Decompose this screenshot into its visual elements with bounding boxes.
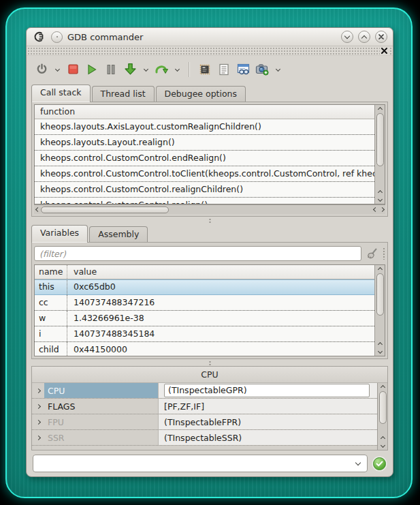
titlebar[interactable]: GDB commander [27,28,393,46]
scroll-up-button-2[interactable] [378,188,382,196]
expand-chevron-icon[interactable] [32,420,44,424]
expand-chevron-icon[interactable] [32,436,44,440]
chevron-up-icon [377,341,382,346]
tab-call-stack[interactable]: Call stack [31,85,91,102]
chevron-up-icon [380,435,385,440]
gdb-command-combobox[interactable] [33,455,368,472]
register-group-value[interactable]: (TInspectableGPR) [159,383,377,398]
chevron-left-icon [372,207,377,212]
start-options-dropdown[interactable] [52,61,62,78]
callstack-row[interactable]: kheops.control.CustomControl.realign() [35,198,374,204]
cpu-register-row[interactable]: CPU(TInspectableGPR) [32,383,377,399]
scroll-down-button[interactable] [381,442,385,450]
step-over-button[interactable] [153,61,169,78]
document-icon [219,63,229,76]
variable-row[interactable]: this0xc65db0 [35,279,374,295]
dock-close-button[interactable] [380,47,389,55]
name-column-header[interactable]: name [35,265,67,279]
chevron-down-icon [174,67,179,72]
variable-name: i [35,326,67,341]
minimize-button[interactable] [341,31,353,43]
panel-splitter-2[interactable] [31,359,388,366]
callstack-row[interactable]: kheops.control.CustomControl.toClient(kh… [35,166,374,182]
scroll-up-button[interactable] [378,265,382,273]
splitter-handle-icon [209,361,211,365]
cpu-grid-header[interactable]: CPU [32,367,387,383]
variables-rows: this0xc65db0cc140737488347216w1.43266961… [35,279,374,356]
callstack-row[interactable]: kheops.control.CustomControl.endRealign(… [35,151,374,166]
scroll-up-button-2[interactable] [378,340,382,348]
step-into-button[interactable] [122,61,138,78]
maximize-button[interactable] [358,31,370,43]
register-group-name: CPU [44,383,159,398]
chevron-up-icon [377,189,382,194]
cpu-register-row[interactable]: SSR(TInspectableSSR) [32,430,377,446]
tab-variables[interactable]: Variables [31,225,88,243]
tab-thread-list[interactable]: Thread list [92,86,155,102]
scrollbar-thumb[interactable] [379,391,387,424]
cpu-register-row[interactable]: FPU(TInspectableFPR) [32,414,377,430]
snapshot-button[interactable] [254,61,270,78]
variable-name: w [35,311,67,326]
window-menu-button[interactable] [51,31,63,43]
variable-value: 1.43266961e-38 [67,311,374,326]
start-stop-button[interactable] [33,61,50,78]
close-icon [378,34,384,40]
watch-icon [237,63,250,75]
snapshot-icon [255,63,269,76]
scrollbar-thumb[interactable] [376,273,384,316]
chevron-up-icon [377,106,382,111]
callstack-panel: function kheops.layouts.AxisLayout.custo… [31,102,388,217]
debug-output-button[interactable] [216,61,232,78]
chevron-right-icon [379,207,384,212]
variable-row[interactable]: cc140737488347216 [35,295,374,311]
dock-handle-strip[interactable] [27,46,393,56]
callstack-row[interactable]: kheops.layouts.AxisLayout.customRealignC… [35,119,374,135]
expand-chevron-icon[interactable] [32,389,44,393]
scroll-down-button[interactable] [378,196,382,204]
scroll-left-button[interactable] [34,208,41,211]
watches-button[interactable] [235,61,251,78]
filter-input[interactable] [34,246,361,261]
tab-assembly[interactable]: Assembly [89,226,148,242]
filter-grip[interactable] [383,247,385,260]
pause-button[interactable] [103,61,119,78]
combobox-dropdown-button[interactable] [349,463,367,465]
callstack-vertical-scrollbar[interactable] [374,105,385,204]
scrollbar-thumb[interactable] [41,206,169,213]
clear-filter-button[interactable] [366,247,378,260]
scroll-right-button[interactable] [378,208,385,211]
callstack-column-header[interactable]: function [35,105,374,119]
panel-splitter[interactable] [31,217,388,224]
step-into-dropdown[interactable] [141,61,150,78]
variable-row[interactable]: i140737488345184 [35,326,374,342]
value-editor-field[interactable]: (TInspectableGPR) [164,384,370,397]
tab-debugee-options[interactable]: Debugee options [156,86,246,102]
stop-button[interactable] [65,61,81,78]
scrollbar-thumb[interactable] [376,113,384,166]
variable-row[interactable]: w1.43266961e-38 [35,311,374,326]
scroll-down-button[interactable] [378,348,382,356]
step-over-icon [155,63,168,76]
cpu-register-row[interactable]: FLAGS[PF,ZF,IF] [32,399,377,414]
check-icon [376,461,383,467]
send-command-button[interactable] [373,457,386,470]
callstack-row[interactable]: kheops.control.CustomControl.realignChil… [35,182,374,198]
scroll-left-button-2[interactable] [372,208,378,211]
close-button[interactable] [375,31,387,43]
variables-vertical-scrollbar[interactable] [374,265,385,356]
callstack-horizontal-scrollbar[interactable] [34,204,385,214]
callstack-row[interactable]: kheops.layouts.Layout.realign() [35,135,374,151]
chevron-down-icon [355,459,361,465]
step-over-dropdown[interactable] [172,61,182,78]
cpu-inspector-button[interactable] [197,61,213,78]
scroll-up-button-2[interactable] [381,434,385,442]
scroll-up-button[interactable] [378,105,382,113]
value-column-header[interactable]: value [67,265,374,279]
variable-row[interactable]: child0x44150000 [35,342,374,356]
scroll-up-button[interactable] [381,383,385,391]
expand-chevron-icon[interactable] [32,405,44,408]
cpu-vertical-scrollbar[interactable] [377,383,387,450]
continue-button[interactable] [84,61,100,78]
snapshot-dropdown[interactable] [273,61,282,78]
